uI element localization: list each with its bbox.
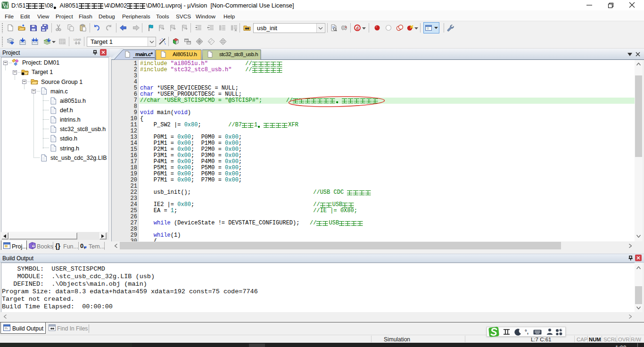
- svg-text:d: d: [356, 26, 359, 31]
- svg-text:5: 5: [6, 5, 8, 9]
- svg-text:?: ?: [33, 245, 34, 248]
- svg-text:LOAD: LOAD: [74, 38, 81, 41]
